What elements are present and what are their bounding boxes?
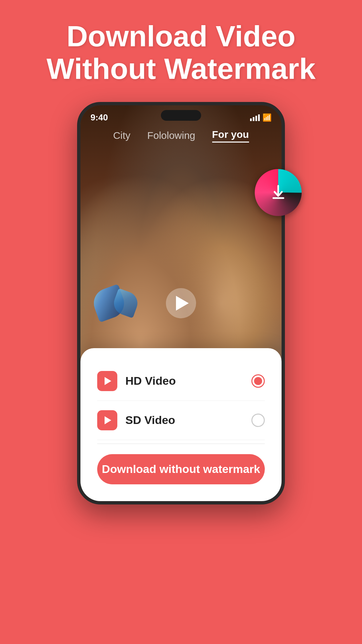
svg-rect-0 (273, 197, 284, 199)
download-button[interactable]: Download without watermark (97, 454, 265, 484)
butterfly (94, 281, 147, 325)
hd-option-left: HD Video (97, 371, 176, 391)
sd-radio[interactable] (251, 414, 265, 427)
status-icons: 📶 (250, 113, 272, 122)
status-time: 9:40 (90, 112, 108, 123)
tab-following[interactable]: Fololowing (147, 130, 195, 141)
headline-line2: Without Watermark (27, 53, 335, 85)
page-background: Download Video Without Watermark (0, 0, 362, 644)
signal-bar-2 (253, 117, 254, 121)
signal-bar-3 (255, 116, 257, 121)
sd-label: SD Video (125, 414, 175, 427)
phone-frame: 9:40 📶 City Fololowing For yo (77, 102, 285, 504)
tab-for-you[interactable]: For you (212, 129, 249, 143)
sd-option-left: SD Video (97, 410, 175, 430)
hd-radio[interactable] (251, 374, 265, 388)
sd-video-option[interactable]: SD Video (97, 401, 265, 440)
options-divider (97, 443, 265, 444)
hd-label: HD Video (125, 374, 176, 387)
phone-container: 9:40 📶 City Fololowing For yo (77, 102, 285, 504)
signal-icon (250, 114, 260, 121)
signal-bar-4 (258, 114, 260, 121)
headline: Download Video Without Watermark (0, 0, 362, 99)
bottom-sheet: HD Video SD Video (80, 348, 282, 501)
download-icon (269, 183, 288, 202)
wifi-icon: 📶 (262, 113, 272, 122)
sd-icon-bg (97, 410, 117, 430)
hd-play-icon (105, 377, 111, 385)
play-button[interactable] (166, 288, 196, 318)
headline-line1: Download Video (27, 20, 335, 53)
download-fab[interactable] (255, 169, 302, 216)
tab-city[interactable]: City (113, 130, 130, 141)
sd-play-icon (105, 416, 111, 424)
play-triangle-icon (176, 296, 189, 311)
nav-tabs: City Fololowing For you (80, 129, 282, 143)
hd-video-option[interactable]: HD Video (97, 362, 265, 401)
hd-icon-bg (97, 371, 117, 391)
signal-bar-1 (250, 118, 252, 121)
phone-notch (161, 110, 201, 121)
hd-radio-inner (254, 377, 262, 385)
